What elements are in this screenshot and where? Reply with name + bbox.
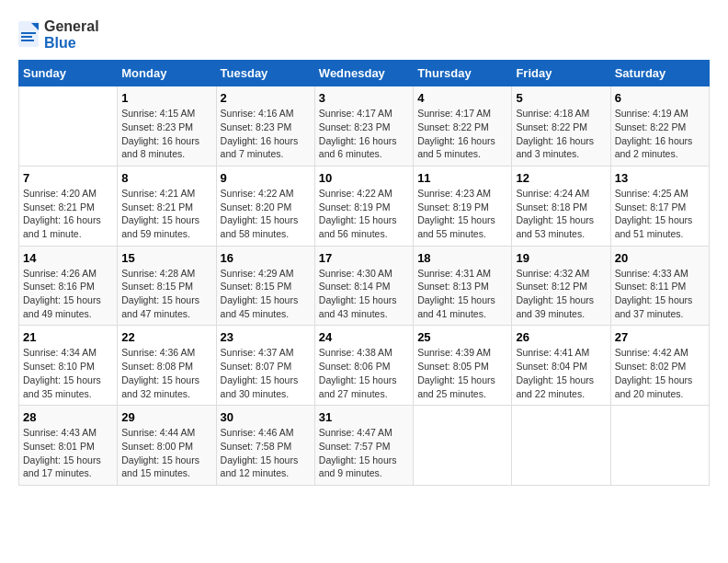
calendar-cell [512, 406, 610, 486]
day-number: 8 [121, 171, 211, 185]
calendar-cell [19, 86, 118, 167]
calendar-cell: 16Sunrise: 4:29 AMSunset: 8:15 PMDayligh… [216, 246, 314, 326]
day-number: 22 [121, 330, 211, 344]
day-info: Sunrise: 4:44 AMSunset: 8:00 PMDaylight:… [121, 426, 211, 480]
calendar-cell [414, 406, 512, 486]
day-info: Sunrise: 4:22 AMSunset: 8:20 PMDaylight:… [221, 187, 311, 241]
day-info: Sunrise: 4:39 AMSunset: 8:05 PMDaylight:… [417, 346, 507, 400]
calendar-cell: 7Sunrise: 4:20 AMSunset: 8:21 PMDaylight… [19, 166, 118, 246]
calendar-cell: 27Sunrise: 4:42 AMSunset: 8:02 PMDayligh… [610, 326, 709, 406]
calendar-cell: 25Sunrise: 4:39 AMSunset: 8:05 PMDayligh… [414, 326, 512, 406]
calendar-cell: 21Sunrise: 4:34 AMSunset: 8:10 PMDayligh… [19, 326, 118, 406]
calendar-cell: 31Sunrise: 4:47 AMSunset: 7:57 PMDayligh… [314, 406, 413, 486]
day-number: 19 [516, 251, 606, 265]
day-info: Sunrise: 4:37 AMSunset: 8:07 PMDaylight:… [221, 346, 311, 400]
calendar-cell: 18Sunrise: 4:31 AMSunset: 8:13 PMDayligh… [414, 246, 512, 326]
day-number: 5 [516, 91, 606, 105]
logo-text-blue: Blue [44, 35, 99, 52]
day-info: Sunrise: 4:41 AMSunset: 8:04 PMDaylight:… [516, 346, 606, 400]
svg-rect-2 [21, 32, 36, 34]
day-number: 23 [221, 330, 311, 344]
header-thursday: Thursday [414, 61, 512, 86]
calendar-cell: 22Sunrise: 4:36 AMSunset: 8:08 PMDayligh… [118, 326, 216, 406]
header-friday: Friday [512, 61, 610, 86]
day-info: Sunrise: 4:25 AMSunset: 8:17 PMDaylight:… [615, 187, 705, 241]
calendar-cell: 10Sunrise: 4:22 AMSunset: 8:19 PMDayligh… [314, 166, 413, 246]
calendar-cell: 28Sunrise: 4:43 AMSunset: 8:01 PMDayligh… [19, 406, 118, 486]
header-sunday: Sunday [19, 61, 118, 86]
logo-shape-icon [18, 21, 40, 49]
day-info: Sunrise: 4:28 AMSunset: 8:15 PMDaylight:… [121, 267, 211, 321]
day-number: 2 [221, 91, 311, 105]
header-wednesday: Wednesday [314, 61, 413, 86]
calendar-cell: 13Sunrise: 4:25 AMSunset: 8:17 PMDayligh… [610, 166, 709, 246]
day-number: 6 [615, 91, 705, 105]
day-number: 15 [121, 251, 211, 265]
day-number: 11 [417, 171, 507, 185]
calendar-cell: 15Sunrise: 4:28 AMSunset: 8:15 PMDayligh… [118, 246, 216, 326]
calendar-header-row: SundayMondayTuesdayWednesdayThursdayFrid… [19, 61, 710, 86]
day-number: 31 [319, 410, 409, 424]
calendar-cell: 17Sunrise: 4:30 AMSunset: 8:14 PMDayligh… [314, 246, 413, 326]
calendar-cell: 23Sunrise: 4:37 AMSunset: 8:07 PMDayligh… [216, 326, 314, 406]
calendar-cell: 8Sunrise: 4:21 AMSunset: 8:21 PMDaylight… [118, 166, 216, 246]
calendar-week-row: 21Sunrise: 4:34 AMSunset: 8:10 PMDayligh… [19, 326, 710, 406]
day-info: Sunrise: 4:46 AMSunset: 7:58 PMDaylight:… [221, 426, 311, 480]
day-info: Sunrise: 4:17 AMSunset: 8:23 PMDaylight:… [319, 107, 409, 161]
svg-rect-4 [21, 40, 34, 41]
day-info: Sunrise: 4:15 AMSunset: 8:23 PMDaylight:… [121, 107, 211, 161]
day-info: Sunrise: 4:36 AMSunset: 8:08 PMDaylight:… [121, 346, 211, 400]
day-info: Sunrise: 4:30 AMSunset: 8:14 PMDaylight:… [319, 267, 409, 321]
day-info: Sunrise: 4:20 AMSunset: 8:21 PMDaylight:… [23, 187, 113, 241]
calendar-cell: 26Sunrise: 4:41 AMSunset: 8:04 PMDayligh… [512, 326, 610, 406]
day-info: Sunrise: 4:16 AMSunset: 8:23 PMDaylight:… [221, 107, 311, 161]
day-number: 12 [516, 171, 606, 185]
day-info: Sunrise: 4:38 AMSunset: 8:06 PMDaylight:… [319, 346, 409, 400]
day-info: Sunrise: 4:17 AMSunset: 8:22 PMDaylight:… [417, 107, 507, 161]
day-info: Sunrise: 4:47 AMSunset: 7:57 PMDaylight:… [319, 426, 409, 480]
day-number: 1 [121, 91, 211, 105]
day-number: 29 [121, 410, 211, 424]
day-info: Sunrise: 4:22 AMSunset: 8:19 PMDaylight:… [319, 187, 409, 241]
calendar-cell: 19Sunrise: 4:32 AMSunset: 8:12 PMDayligh… [512, 246, 610, 326]
day-number: 21 [23, 330, 113, 344]
calendar-table: SundayMondayTuesdayWednesdayThursdayFrid… [18, 60, 710, 486]
day-info: Sunrise: 4:31 AMSunset: 8:13 PMDaylight:… [417, 267, 507, 321]
calendar-cell: 29Sunrise: 4:44 AMSunset: 8:00 PMDayligh… [118, 406, 216, 486]
day-info: Sunrise: 4:34 AMSunset: 8:10 PMDaylight:… [23, 346, 113, 400]
calendar-cell: 30Sunrise: 4:46 AMSunset: 7:58 PMDayligh… [216, 406, 314, 486]
day-number: 20 [615, 251, 705, 265]
header-saturday: Saturday [610, 61, 709, 86]
day-number: 16 [221, 251, 311, 265]
day-number: 9 [221, 171, 311, 185]
day-info: Sunrise: 4:23 AMSunset: 8:19 PMDaylight:… [417, 187, 507, 241]
calendar-week-row: 1Sunrise: 4:15 AMSunset: 8:23 PMDaylight… [19, 86, 710, 167]
day-info: Sunrise: 4:32 AMSunset: 8:12 PMDaylight:… [516, 267, 606, 321]
day-number: 13 [615, 171, 705, 185]
day-number: 28 [23, 410, 113, 424]
header-tuesday: Tuesday [216, 61, 314, 86]
calendar-cell: 14Sunrise: 4:26 AMSunset: 8:16 PMDayligh… [19, 246, 118, 326]
calendar-cell [610, 406, 709, 486]
day-info: Sunrise: 4:42 AMSunset: 8:02 PMDaylight:… [615, 346, 705, 400]
calendar-cell: 11Sunrise: 4:23 AMSunset: 8:19 PMDayligh… [414, 166, 512, 246]
day-info: Sunrise: 4:18 AMSunset: 8:22 PMDaylight:… [516, 107, 606, 161]
day-number: 17 [319, 251, 409, 265]
calendar-cell: 12Sunrise: 4:24 AMSunset: 8:18 PMDayligh… [512, 166, 610, 246]
day-number: 25 [417, 330, 507, 344]
calendar-week-row: 7Sunrise: 4:20 AMSunset: 8:21 PMDaylight… [19, 166, 710, 246]
day-info: Sunrise: 4:33 AMSunset: 8:11 PMDaylight:… [615, 267, 705, 321]
day-number: 7 [23, 171, 113, 185]
calendar-cell: 24Sunrise: 4:38 AMSunset: 8:06 PMDayligh… [314, 326, 413, 406]
calendar-cell: 2Sunrise: 4:16 AMSunset: 8:23 PMDaylight… [216, 86, 314, 167]
day-info: Sunrise: 4:43 AMSunset: 8:01 PMDaylight:… [23, 426, 113, 480]
day-number: 4 [417, 91, 507, 105]
day-info: Sunrise: 4:21 AMSunset: 8:21 PMDaylight:… [121, 187, 211, 241]
day-number: 26 [516, 330, 606, 344]
calendar-cell: 1Sunrise: 4:15 AMSunset: 8:23 PMDaylight… [118, 86, 216, 167]
day-number: 30 [221, 410, 311, 424]
calendar-week-row: 28Sunrise: 4:43 AMSunset: 8:01 PMDayligh… [19, 406, 710, 486]
day-number: 3 [319, 91, 409, 105]
day-number: 14 [23, 251, 113, 265]
logo-text-general: General [44, 18, 99, 35]
